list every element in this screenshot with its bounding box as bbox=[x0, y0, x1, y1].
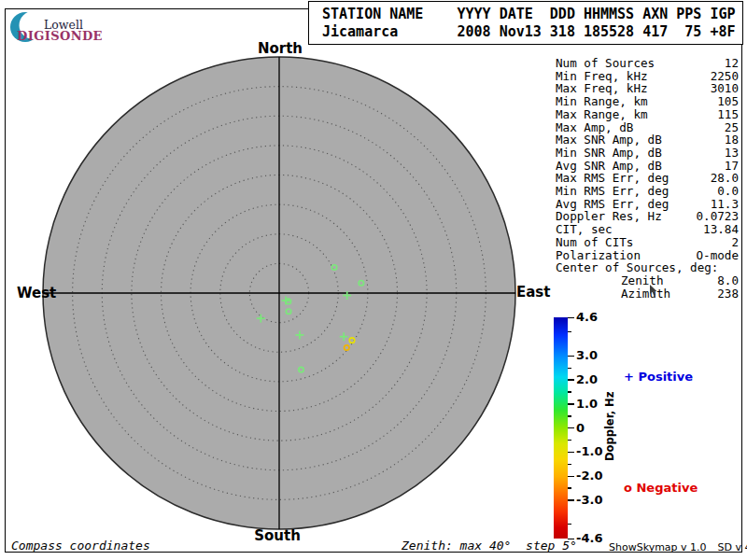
colorbar-tick-label: 0 bbox=[576, 422, 585, 435]
stat-row: Max Amp, dB25 bbox=[556, 121, 739, 134]
stat-value: 13 bbox=[725, 147, 739, 160]
stat-label: Num of CITs bbox=[556, 236, 633, 249]
stat-row: Num of Sources12 bbox=[556, 57, 739, 70]
colorbar-minor-tick bbox=[568, 368, 571, 369]
stat-label: Doppler Res, Hz bbox=[556, 210, 662, 223]
stat-value: 0.0 bbox=[717, 185, 739, 198]
colorbar-tick-label: -4.6 bbox=[576, 532, 602, 545]
doppler-axis-label: Doppler, Hz bbox=[603, 392, 616, 461]
stat-label: Max SNR Amp, dB bbox=[556, 133, 662, 147]
stats-panel: Num of Sources12Min Freq, kHz2250Max Fre… bbox=[556, 57, 739, 300]
stat-label: Min SNR Amp, dB bbox=[556, 147, 662, 160]
colorbar-minor-tick bbox=[568, 487, 571, 488]
stat-value: 105 bbox=[717, 95, 739, 108]
header-values: Jicamarca 2008 Nov13 318 185528 417 75 +… bbox=[322, 23, 742, 41]
stat-label: Azimuth bbox=[621, 287, 670, 301]
legend-negative-label: Negative bbox=[636, 481, 698, 495]
colorbar-major-tick bbox=[568, 499, 574, 500]
stat-label: Max Freq, kHz bbox=[556, 82, 648, 95]
stat-label: Max Range, km bbox=[556, 108, 648, 121]
plus-marker-icon: + bbox=[624, 370, 634, 384]
stat-row: PolarizationO-mode bbox=[556, 249, 739, 262]
colorbar-minor-tick bbox=[568, 331, 571, 332]
version-info: ShowSkymap v 1.0SD v 4.2 bbox=[609, 541, 747, 553]
stat-label: Min RMS Err, deg bbox=[556, 185, 669, 198]
mouse-cursor bbox=[650, 285, 659, 297]
colorbar-minor-tick bbox=[568, 391, 571, 392]
stat-value: 3010 bbox=[711, 82, 739, 95]
stat-label: Max Amp, dB bbox=[556, 121, 633, 134]
stat-row: Avg RMS Err, deg11.3 bbox=[556, 198, 739, 211]
colorbar-tick-label: -3.0 bbox=[576, 494, 602, 507]
colorbar-tick-label: 2.0 bbox=[576, 373, 598, 386]
stat-value: 8.0 bbox=[717, 274, 739, 287]
stat-value: 17 bbox=[725, 160, 739, 173]
colorbar-tick-label: 3.0 bbox=[576, 349, 598, 362]
stat-label: Avg RMS Err, deg bbox=[556, 198, 669, 211]
stat-value: 115 bbox=[717, 108, 739, 121]
colorbar-major-tick bbox=[568, 476, 574, 477]
stat-row: Max SNR Amp, dB18 bbox=[556, 133, 739, 147]
colorbar-major-tick bbox=[568, 356, 574, 357]
legend-positive: + Positive bbox=[624, 370, 693, 384]
stat-label: Min Freq, kHz bbox=[556, 70, 648, 83]
colorbar-major-tick bbox=[568, 317, 574, 318]
colorbar-major-tick bbox=[568, 427, 574, 428]
station-header: STATION NAME YYYY DATE DDD HHMMSS AXN PP… bbox=[308, 1, 743, 45]
header-columns: STATION NAME YYYY DATE DDD HHMMSS AXN PP… bbox=[322, 6, 742, 23]
legend-negative: o Negative bbox=[624, 481, 698, 495]
stat-value: 0.0723 bbox=[697, 210, 740, 223]
colorbar-minor-tick bbox=[568, 524, 571, 525]
stat-row: Doppler Res, Hz0.0723 bbox=[556, 210, 739, 223]
stat-label: Num of Sources bbox=[556, 57, 655, 70]
stat-value: 13.84 bbox=[703, 223, 739, 236]
stat-value: O-mode bbox=[697, 249, 740, 262]
compass-label-east: East bbox=[516, 284, 550, 301]
stat-label: Center of Sources, deg: bbox=[556, 261, 718, 274]
colorbar-major-tick bbox=[568, 403, 574, 404]
stat-label: Avg SNR Amp, dB bbox=[556, 160, 662, 173]
colorbar-major-tick bbox=[568, 379, 574, 380]
stat-value: 12 bbox=[725, 57, 739, 70]
stat-label: Polarization bbox=[556, 249, 641, 262]
circle-marker-icon: o bbox=[624, 481, 632, 495]
showskymap-window: Lowell DIGISONDE STATION NAME YYYY DATE … bbox=[0, 0, 747, 560]
stat-value: 11.3 bbox=[711, 198, 739, 211]
app-version: ShowSkymap v 1.0 bbox=[609, 541, 707, 553]
colorbar-minor-tick bbox=[568, 464, 571, 465]
colorbar-tick-label: 4.6 bbox=[576, 311, 598, 324]
stat-row: Zenith8.0 bbox=[556, 274, 739, 287]
zenith-scale-note: Zenith: max 40° step 5° bbox=[402, 539, 577, 553]
stat-row: Min RMS Err, deg0.0 bbox=[556, 185, 739, 198]
stat-label: CIT, sec bbox=[556, 223, 613, 236]
doppler-colorbar bbox=[554, 317, 568, 539]
stat-row: Max RMS Err, deg28.0 bbox=[556, 172, 739, 185]
stat-row: Center of Sources, deg: bbox=[556, 261, 739, 274]
colorbar-major-tick bbox=[568, 452, 574, 453]
stat-row: Azimuth238 bbox=[556, 287, 739, 301]
stat-label: Max RMS Err, deg bbox=[556, 172, 669, 185]
colorbar-tick-label: -1.0 bbox=[576, 445, 602, 458]
compass-label-north: North bbox=[258, 40, 303, 57]
sd-version: SD v 4.2 bbox=[718, 541, 747, 553]
legend-positive-label: Positive bbox=[638, 370, 693, 384]
colorbar-tick-label: 1.0 bbox=[576, 398, 598, 411]
colorbar-tick-label: -2.0 bbox=[576, 469, 602, 483]
stat-value: 2 bbox=[731, 236, 739, 249]
stat-value: 2250 bbox=[711, 70, 739, 83]
coordinates-note: Compass coordinates bbox=[11, 539, 150, 553]
stat-row: Min SNR Amp, dB13 bbox=[556, 147, 739, 160]
stat-value: 18 bbox=[725, 133, 739, 147]
colorbar-minor-tick bbox=[568, 415, 571, 416]
stat-value: 28.0 bbox=[711, 172, 739, 185]
compass-label-west: West bbox=[17, 285, 56, 301]
compass-label-south: South bbox=[254, 527, 301, 544]
stat-value: 238 bbox=[717, 287, 739, 301]
stat-row: Min Freq, kHz2250 bbox=[556, 70, 739, 83]
stat-row: Avg SNR Amp, dB17 bbox=[556, 160, 739, 173]
stat-row: Max Range, km115 bbox=[556, 108, 739, 121]
stat-row: Max Freq, kHz3010 bbox=[556, 82, 739, 95]
stat-row: CIT, sec13.84 bbox=[556, 223, 739, 236]
stat-row: Min Range, km105 bbox=[556, 95, 739, 108]
colorbar-minor-tick bbox=[568, 440, 571, 441]
